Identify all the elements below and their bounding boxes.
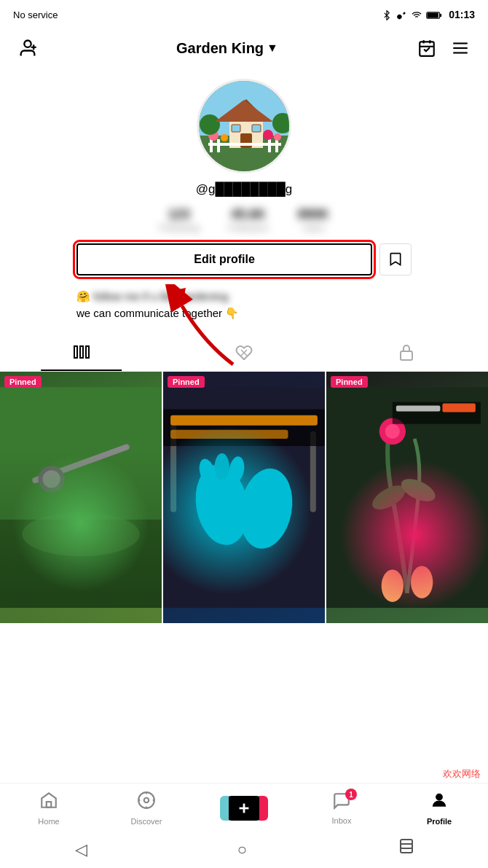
recents-button[interactable]: [397, 839, 413, 861]
pinned-badge: Pinned: [168, 376, 205, 388]
svg-point-28: [274, 133, 281, 141]
svg-point-48: [197, 457, 218, 486]
status-bar: No service 01:13: [0, 0, 488, 29]
chevron-down-icon: ▼: [267, 42, 278, 55]
svg-point-60: [385, 424, 400, 439]
inbox-badge-count: 1: [345, 789, 357, 800]
svg-point-43: [38, 466, 64, 492]
nav-home[interactable]: Home: [27, 791, 71, 826]
svg-rect-54: [170, 415, 318, 426]
svg-rect-24: [208, 143, 281, 146]
svg-point-75: [436, 794, 443, 800]
svg-rect-45: [163, 387, 325, 608]
status-right: 01:13: [382, 9, 475, 20]
svg-point-61: [382, 570, 404, 602]
nav-discover-label: Discover: [131, 817, 162, 826]
svg-rect-55: [170, 430, 288, 439]
svg-rect-39: [0, 387, 162, 608]
bookmark-button[interactable]: [379, 243, 412, 275]
discover-icon: [137, 791, 156, 814]
nav-discover[interactable]: Discover: [125, 791, 168, 826]
calendar-icon-button[interactable]: [414, 35, 440, 61]
nav-profile[interactable]: Profile: [417, 791, 461, 826]
video-item[interactable]: Pinned: [163, 372, 325, 623]
svg-rect-34: [80, 346, 83, 358]
profile-section: @g████████g 123 Following 45.6K Follower…: [0, 67, 488, 333]
tab-liked[interactable]: [162, 333, 325, 371]
edit-profile-button[interactable]: Edit profile: [76, 243, 372, 275]
avatar-image: [199, 81, 289, 171]
username-label: @g████████g: [196, 182, 293, 197]
profile-icon: [430, 791, 449, 814]
top-navigation: Garden King ▼: [0, 29, 488, 67]
bottom-navigation: Home Discover 1: [0, 783, 488, 832]
time-display: 01:13: [449, 9, 475, 20]
svg-point-3: [24, 41, 31, 47]
profile-bio: 🤗 follow me if u like gardening we can c…: [76, 286, 412, 333]
svg-rect-35: [86, 346, 89, 358]
svg-rect-19: [252, 125, 261, 132]
svg-rect-1: [440, 14, 442, 17]
svg-rect-53: [163, 410, 325, 446]
tab-private[interactable]: [326, 333, 488, 371]
svg-rect-51: [170, 424, 176, 512]
back-button[interactable]: ◁: [75, 840, 87, 859]
svg-point-29: [200, 114, 220, 135]
svg-rect-40: [0, 520, 162, 608]
likes-stat: 890K Likes: [298, 207, 329, 233]
nav-profile-label: Profile: [427, 817, 452, 826]
nav-inbox-label: Inbox: [332, 816, 352, 825]
nav-home-label: Home: [38, 817, 59, 826]
android-navigation: ◁ ○: [0, 832, 488, 868]
svg-point-46: [189, 461, 254, 550]
pinned-badge: Pinned: [331, 376, 368, 388]
followers-stat: 45.6K Followers: [228, 207, 269, 233]
svg-rect-6: [420, 42, 434, 56]
svg-point-58: [398, 474, 438, 506]
add-button[interactable]: [226, 796, 262, 821]
inbox-icon-container: 1: [332, 791, 351, 813]
svg-rect-56: [326, 387, 488, 608]
avatar[interactable]: [197, 79, 291, 173]
svg-point-62: [411, 566, 433, 598]
nav-add[interactable]: [222, 796, 266, 821]
svg-rect-65: [442, 404, 475, 413]
video-item[interactable]: Pinned: [0, 372, 162, 623]
svg-rect-63: [393, 402, 481, 423]
svg-rect-18: [232, 125, 240, 132]
svg-point-59: [379, 418, 406, 445]
status-icons: [382, 9, 442, 20]
svg-point-57: [369, 481, 409, 515]
video-grid: Pinned Pinned: [0, 372, 488, 623]
home-button[interactable]: ○: [237, 840, 247, 859]
svg-point-68: [144, 798, 149, 803]
svg-rect-66: [47, 802, 52, 808]
svg-rect-52: [310, 431, 316, 512]
hamburger-menu-button[interactable]: [447, 35, 473, 61]
svg-point-67: [138, 792, 154, 808]
svg-rect-64: [396, 406, 441, 412]
following-stat: 123 Following: [159, 207, 199, 233]
svg-point-47: [234, 464, 299, 553]
action-buttons-row: Edit profile: [76, 243, 412, 275]
video-item[interactable]: Pinned: [326, 372, 488, 623]
nav-inbox[interactable]: 1 Inbox: [320, 791, 363, 825]
watermark: 欢欢网络: [443, 767, 481, 781]
svg-point-49: [215, 453, 229, 480]
stats-row: 123 Following 45.6K Followers 890K Likes: [159, 207, 329, 233]
add-user-button[interactable]: [15, 35, 41, 61]
svg-rect-38: [401, 351, 412, 360]
svg-point-27: [263, 130, 273, 140]
home-icon: [39, 791, 58, 814]
tab-videos[interactable]: [0, 333, 162, 371]
content-tabs: [0, 333, 488, 372]
pinned-badge: Pinned: [4, 376, 42, 388]
profile-name-title[interactable]: Garden King ▼: [176, 40, 278, 57]
svg-point-44: [43, 470, 60, 488]
svg-rect-2: [428, 12, 438, 17]
svg-rect-42: [31, 443, 130, 484]
svg-rect-33: [74, 346, 77, 358]
svg-point-50: [227, 455, 246, 484]
svg-point-26: [221, 134, 228, 141]
svg-point-41: [22, 512, 139, 557]
